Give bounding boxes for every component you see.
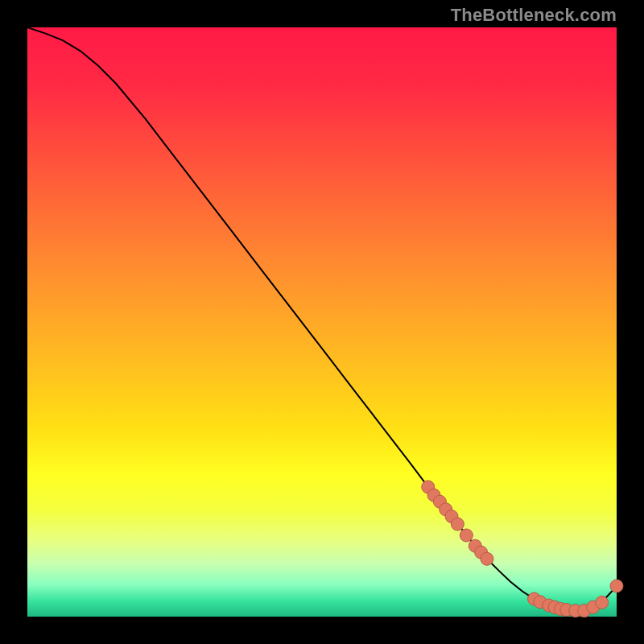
marker-point xyxy=(451,518,464,530)
marker-point xyxy=(596,596,609,609)
plot-svg xyxy=(27,27,617,617)
plot-area xyxy=(27,27,617,617)
marker-point xyxy=(610,580,623,592)
watermark-text: TheBottleneck.com xyxy=(451,5,617,26)
chart-stage: TheBottleneck.com xyxy=(0,0,644,644)
gradient-background xyxy=(27,27,617,617)
marker-point xyxy=(460,529,473,542)
marker-point xyxy=(481,552,493,565)
